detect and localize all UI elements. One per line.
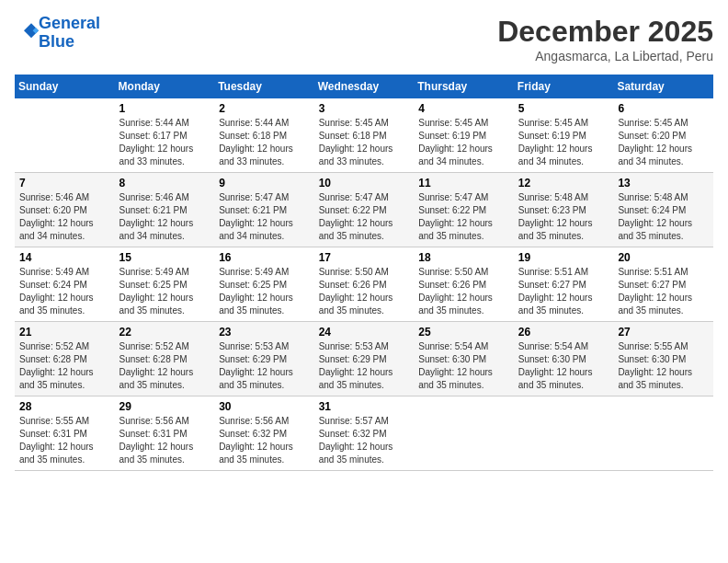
day-info: Sunrise: 5:51 AM Sunset: 6:27 PM Dayligh… <box>618 266 709 317</box>
day-info: Sunrise: 5:46 AM Sunset: 6:20 PM Dayligh… <box>19 191 110 243</box>
calendar-week-row: 1Sunrise: 5:44 AM Sunset: 6:17 PM Daylig… <box>15 98 713 173</box>
logo-icon <box>17 20 39 42</box>
calendar-cell: 16Sunrise: 5:49 AM Sunset: 6:25 PM Dayli… <box>214 247 314 322</box>
calendar-cell: 19Sunrise: 5:51 AM Sunset: 6:27 PM Dayli… <box>514 247 614 322</box>
month-title: December 2025 <box>497 15 713 49</box>
calendar-cell: 25Sunrise: 5:54 AM Sunset: 6:30 PM Dayli… <box>414 322 514 396</box>
day-number: 8 <box>119 177 210 190</box>
header-cell-thursday: Thursday <box>414 75 514 98</box>
day-number: 19 <box>518 251 609 264</box>
calendar-cell <box>414 396 514 471</box>
day-info: Sunrise: 5:53 AM Sunset: 6:29 PM Dayligh… <box>319 340 410 392</box>
header-cell-tuesday: Tuesday <box>214 75 314 98</box>
day-number: 29 <box>119 400 210 413</box>
day-number: 3 <box>319 102 410 115</box>
day-number: 26 <box>518 326 609 339</box>
calendar-cell: 30Sunrise: 5:56 AM Sunset: 6:32 PM Dayli… <box>214 396 314 471</box>
day-info: Sunrise: 5:57 AM Sunset: 6:32 PM Dayligh… <box>319 415 410 466</box>
day-number: 13 <box>618 177 709 190</box>
day-number: 11 <box>418 177 509 190</box>
calendar-cell: 18Sunrise: 5:50 AM Sunset: 6:26 PM Dayli… <box>414 247 514 322</box>
day-number: 24 <box>319 326 410 339</box>
calendar-cell: 6Sunrise: 5:45 AM Sunset: 6:20 PM Daylig… <box>613 98 713 173</box>
calendar-week-row: 21Sunrise: 5:52 AM Sunset: 6:28 PM Dayli… <box>15 322 713 396</box>
day-info: Sunrise: 5:47 AM Sunset: 6:22 PM Dayligh… <box>418 191 509 243</box>
day-info: Sunrise: 5:50 AM Sunset: 6:26 PM Dayligh… <box>319 266 410 317</box>
calendar-week-row: 28Sunrise: 5:55 AM Sunset: 6:31 PM Dayli… <box>15 396 713 471</box>
calendar-cell: 8Sunrise: 5:46 AM Sunset: 6:21 PM Daylig… <box>115 173 215 247</box>
day-number: 25 <box>418 326 509 339</box>
day-info: Sunrise: 5:45 AM Sunset: 6:19 PM Dayligh… <box>518 117 609 168</box>
calendar-cell: 5Sunrise: 5:45 AM Sunset: 6:19 PM Daylig… <box>514 98 614 173</box>
calendar-cell: 11Sunrise: 5:47 AM Sunset: 6:22 PM Dayli… <box>414 173 514 247</box>
day-info: Sunrise: 5:45 AM Sunset: 6:18 PM Dayligh… <box>319 117 410 168</box>
calendar-cell: 22Sunrise: 5:52 AM Sunset: 6:28 PM Dayli… <box>115 322 215 396</box>
day-info: Sunrise: 5:47 AM Sunset: 6:22 PM Dayligh… <box>319 191 410 243</box>
header: General Blue December 2025 Angasmarca, L… <box>15 15 713 63</box>
day-info: Sunrise: 5:44 AM Sunset: 6:18 PM Dayligh… <box>219 117 310 168</box>
calendar-cell: 23Sunrise: 5:53 AM Sunset: 6:29 PM Dayli… <box>214 322 314 396</box>
day-number: 21 <box>19 326 110 339</box>
calendar-week-row: 7Sunrise: 5:46 AM Sunset: 6:20 PM Daylig… <box>15 173 713 247</box>
day-info: Sunrise: 5:52 AM Sunset: 6:28 PM Dayligh… <box>119 340 210 392</box>
day-info: Sunrise: 5:55 AM Sunset: 6:31 PM Dayligh… <box>19 415 110 466</box>
day-number: 14 <box>19 251 110 264</box>
calendar-cell: 28Sunrise: 5:55 AM Sunset: 6:31 PM Dayli… <box>15 396 115 471</box>
day-info: Sunrise: 5:44 AM Sunset: 6:17 PM Dayligh… <box>119 117 210 168</box>
calendar-cell: 24Sunrise: 5:53 AM Sunset: 6:29 PM Dayli… <box>314 322 415 396</box>
day-info: Sunrise: 5:54 AM Sunset: 6:30 PM Dayligh… <box>518 340 609 392</box>
calendar-cell: 14Sunrise: 5:49 AM Sunset: 6:24 PM Dayli… <box>15 247 115 322</box>
day-info: Sunrise: 5:51 AM Sunset: 6:27 PM Dayligh… <box>518 266 609 317</box>
day-info: Sunrise: 5:45 AM Sunset: 6:19 PM Dayligh… <box>418 117 509 168</box>
day-number: 18 <box>418 251 509 264</box>
day-number: 30 <box>219 400 310 413</box>
header-cell-sunday: Sunday <box>15 75 115 98</box>
day-number: 17 <box>319 251 410 264</box>
day-info: Sunrise: 5:49 AM Sunset: 6:25 PM Dayligh… <box>219 266 310 317</box>
header-cell-saturday: Saturday <box>613 75 713 98</box>
day-number: 4 <box>418 102 509 115</box>
day-number: 1 <box>119 102 210 115</box>
calendar-cell: 1Sunrise: 5:44 AM Sunset: 6:17 PM Daylig… <box>115 98 215 173</box>
day-number: 22 <box>119 326 210 339</box>
day-info: Sunrise: 5:56 AM Sunset: 6:31 PM Dayligh… <box>119 415 210 466</box>
calendar-cell: 12Sunrise: 5:48 AM Sunset: 6:23 PM Dayli… <box>514 173 614 247</box>
day-info: Sunrise: 5:48 AM Sunset: 6:24 PM Dayligh… <box>618 191 709 243</box>
day-number: 12 <box>518 177 609 190</box>
calendar-cell: 3Sunrise: 5:45 AM Sunset: 6:18 PM Daylig… <box>314 98 415 173</box>
day-number: 9 <box>219 177 310 190</box>
logo: General Blue <box>15 15 100 52</box>
day-info: Sunrise: 5:53 AM Sunset: 6:29 PM Dayligh… <box>219 340 310 392</box>
title-area: December 2025 Angasmarca, La Libertad, P… <box>497 15 713 63</box>
calendar-cell <box>613 396 713 471</box>
day-number: 28 <box>19 400 110 413</box>
header-cell-wednesday: Wednesday <box>314 75 415 98</box>
calendar-cell: 4Sunrise: 5:45 AM Sunset: 6:19 PM Daylig… <box>414 98 514 173</box>
day-number: 15 <box>119 251 210 264</box>
day-number: 5 <box>518 102 609 115</box>
day-info: Sunrise: 5:47 AM Sunset: 6:21 PM Dayligh… <box>219 191 310 243</box>
location-subtitle: Angasmarca, La Libertad, Peru <box>497 49 713 63</box>
day-number: 31 <box>319 400 410 413</box>
calendar-table: SundayMondayTuesdayWednesdayThursdayFrid… <box>15 75 713 471</box>
logo-line2: Blue <box>39 32 74 51</box>
day-info: Sunrise: 5:55 AM Sunset: 6:30 PM Dayligh… <box>618 340 709 392</box>
header-cell-friday: Friday <box>514 75 614 98</box>
calendar-cell: 27Sunrise: 5:55 AM Sunset: 6:30 PM Dayli… <box>613 322 713 396</box>
day-number: 6 <box>618 102 709 115</box>
calendar-cell: 13Sunrise: 5:48 AM Sunset: 6:24 PM Dayli… <box>613 173 713 247</box>
calendar-cell: 9Sunrise: 5:47 AM Sunset: 6:21 PM Daylig… <box>214 173 314 247</box>
day-info: Sunrise: 5:49 AM Sunset: 6:24 PM Dayligh… <box>19 266 110 317</box>
calendar-cell: 7Sunrise: 5:46 AM Sunset: 6:20 PM Daylig… <box>15 173 115 247</box>
day-info: Sunrise: 5:50 AM Sunset: 6:26 PM Dayligh… <box>418 266 509 317</box>
day-number: 20 <box>618 251 709 264</box>
calendar-cell: 21Sunrise: 5:52 AM Sunset: 6:28 PM Dayli… <box>15 322 115 396</box>
logo-line1: General <box>39 14 100 32</box>
calendar-cell: 26Sunrise: 5:54 AM Sunset: 6:30 PM Dayli… <box>514 322 614 396</box>
day-info: Sunrise: 5:56 AM Sunset: 6:32 PM Dayligh… <box>219 415 310 466</box>
day-number: 27 <box>618 326 709 339</box>
header-cell-monday: Monday <box>115 75 215 98</box>
calendar-cell: 17Sunrise: 5:50 AM Sunset: 6:26 PM Dayli… <box>314 247 415 322</box>
day-info: Sunrise: 5:52 AM Sunset: 6:28 PM Dayligh… <box>19 340 110 392</box>
day-info: Sunrise: 5:46 AM Sunset: 6:21 PM Dayligh… <box>119 191 210 243</box>
